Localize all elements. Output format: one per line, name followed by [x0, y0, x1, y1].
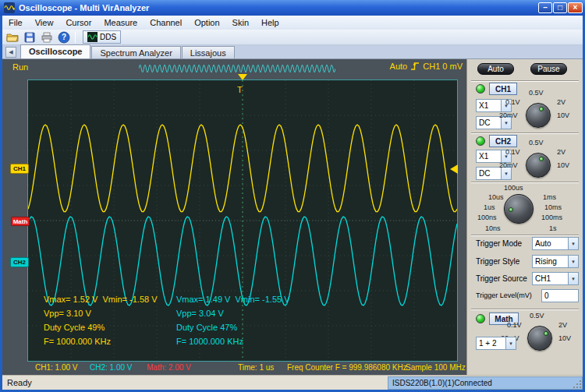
trigger-level-marker[interactable] [450, 164, 458, 174]
ch2-gain-label: 2V [557, 148, 566, 156]
tab-lissajous[interactable]: Lissajous [182, 46, 235, 58]
knob-indicator [544, 331, 548, 336]
status-bar: Ready ISDS220B(1.0)(1)Connected [2, 375, 583, 390]
chevron-down-icon: ▼ [568, 273, 578, 284]
toolbar-separator [75, 32, 76, 43]
window-title: Oscilloscope - Multi VirAnalyzer [19, 3, 149, 12]
divider [471, 132, 579, 134]
ready-status: Ready [7, 378, 32, 387]
ch1-position-marker[interactable]: CH1 [10, 164, 29, 174]
trigger-level-label: Trigger Level(mV) [476, 291, 532, 299]
menu-bar: File View Cursor Measure Channel Option … [2, 16, 583, 30]
math-gain-label: 0.1V [507, 321, 522, 329]
timebase-label: 10ms [544, 203, 562, 211]
trigger-source-select[interactable]: CH1 ▼ [532, 272, 579, 285]
open-icon[interactable] [5, 30, 20, 44]
dds-toggle-button[interactable]: DDS [83, 30, 121, 44]
ch2-gain-label: 10V [557, 161, 569, 169]
ch2-measurements: Vmax= 1.49 V Vmin= -1.55 V Vpp= 3.04 V D… [176, 292, 290, 348]
ch1-gain-label: 0.1V [505, 98, 520, 106]
knob-indicator [509, 207, 513, 212]
timebase-label: 10ns [485, 224, 501, 232]
math-gain-label: 2V [558, 321, 567, 329]
ch2-gain-label: 0.1V [505, 148, 520, 156]
freq-counter-readout: Freq Counter F = 999.986080 KHz [287, 363, 407, 372]
timebase-label: 1s [549, 224, 557, 232]
tab-bar: ◀ Oscilloscope Spectrum Analyzer Lissajo… [2, 45, 583, 59]
run-status-label: Run [12, 62, 28, 72]
timebase-label: 100ms [541, 214, 562, 221]
ch1-volts-knob[interactable] [526, 103, 551, 128]
ch2-enable-led[interactable] [476, 136, 485, 146]
ch1-measurements: Vmax= 1.52 V Vmin= -1.58 V Vpp= 3.10 V D… [44, 292, 158, 348]
scope-display[interactable]: T Vmax= 1.52 V Vmin= -1.58 V Vpp= 3.10 V… [27, 79, 458, 362]
tab-spectrum-analyzer[interactable]: Spectrum Analyzer [91, 46, 180, 58]
ch1-gain-label: 10V [557, 111, 569, 119]
ch1-scale-readout: CH1: 1.00 V [35, 363, 77, 372]
svg-text:T: T [237, 85, 243, 94]
menu-cursor[interactable]: Cursor [59, 16, 98, 29]
menu-measure[interactable]: Measure [98, 16, 144, 29]
save-icon[interactable] [23, 30, 37, 44]
ch2-gain-label: 20mV [499, 161, 518, 169]
math-scale-readout: Math: 2.00 V [147, 363, 191, 372]
menu-help[interactable]: Help [255, 16, 285, 29]
timebase-label: 100ns [477, 214, 497, 221]
trigger-mode-readout: Auto [390, 62, 408, 71]
ch2-position-marker[interactable]: CH2 [10, 257, 29, 267]
timebase-knob[interactable] [504, 194, 534, 224]
knob-indicator [539, 107, 544, 111]
pause-button[interactable]: Pause [530, 63, 567, 75]
ch1-gain-label: 20mV [499, 111, 518, 119]
chevron-down-icon: ▼ [568, 238, 578, 249]
ch1-enable-led[interactable] [476, 84, 485, 94]
trigger-mode-select[interactable]: Auto ▼ [532, 237, 579, 250]
menu-view[interactable]: View [29, 16, 60, 29]
divider [471, 235, 579, 236]
menu-skin[interactable]: Skin [226, 16, 255, 29]
help-icon[interactable]: ? [57, 30, 71, 44]
chevron-down-icon: ▼ [505, 337, 516, 349]
resize-grip[interactable] [573, 380, 582, 389]
ch1-channel-button[interactable]: CH1 [489, 83, 517, 95]
maximize-button[interactable]: □ [553, 2, 567, 13]
oscilloscope-window: Oscilloscope - Multi VirAnalyzer – □ × F… [0, 0, 585, 392]
math-volts-knob[interactable] [527, 326, 552, 351]
math-enable-led[interactable] [476, 314, 485, 323]
dds-icon [87, 32, 98, 42]
trigger-source-label: Trigger Source [476, 274, 527, 283]
timebase-readout: Time: 1 us [238, 363, 274, 372]
divider [471, 182, 579, 183]
auto-button[interactable]: Auto [477, 63, 514, 75]
chevron-down-icon: ▼ [568, 256, 578, 267]
trigger-style-select[interactable]: Rising ▼ [532, 255, 579, 268]
math-position-marker[interactable]: Math [11, 217, 30, 226]
math-operation-select[interactable]: 1 + 2 ▼ [476, 337, 516, 350]
math-gain-label: 10V [558, 334, 571, 342]
timebase-label: 1us [484, 203, 495, 211]
waveform-preview-strip[interactable] [139, 62, 335, 75]
trigger-level-input[interactable] [541, 289, 579, 302]
timebase-label: 100us [504, 184, 523, 192]
knob-indicator [539, 157, 544, 161]
trigger-source-readout: CH1 0 mV [423, 62, 463, 71]
menu-file[interactable]: File [2, 16, 29, 29]
minimize-button[interactable]: – [538, 2, 552, 13]
ch2-channel-button[interactable]: CH2 [489, 135, 517, 147]
tab-scroll-left-button[interactable]: ◀ [5, 47, 16, 58]
menu-channel[interactable]: Channel [144, 16, 188, 29]
close-button[interactable]: × [568, 2, 583, 13]
tab-oscilloscope[interactable]: Oscilloscope [20, 44, 90, 58]
ch1-gain-label: 2V [557, 98, 566, 106]
app-icon [4, 2, 15, 13]
sample-rate-readout: Sample 100 MHz [406, 363, 466, 372]
ch2-volts-knob[interactable] [526, 153, 551, 178]
math-gain-label: 0.5V [530, 312, 544, 320]
menu-option[interactable]: Option [188, 16, 225, 29]
chevron-down-icon: ▼ [501, 168, 511, 179]
dds-label: DDS [100, 33, 116, 41]
divider [471, 309, 579, 310]
toolbar: ? DDS [2, 30, 583, 45]
trigger-style-label: Trigger Style [476, 257, 519, 266]
print-icon[interactable] [40, 30, 54, 44]
